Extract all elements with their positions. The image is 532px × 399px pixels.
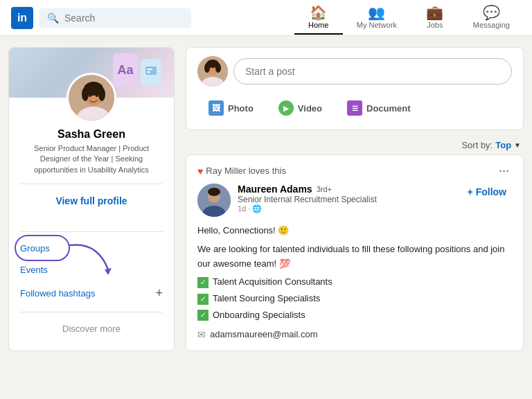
sidebar-item-groups[interactable]: Groups bbox=[20, 238, 163, 259]
post-greeting: Hello, Connections! 🙂 bbox=[197, 224, 512, 238]
svg-rect-2 bbox=[147, 71, 150, 73]
svg-point-10 bbox=[96, 94, 98, 97]
avatar-svg bbox=[69, 75, 114, 121]
profile-name: Sasha Green bbox=[20, 128, 163, 141]
sidebar-item-hashtags[interactable]: Followed hashtags + bbox=[20, 281, 163, 306]
envelope-icon: ✉ bbox=[197, 327, 206, 342]
author-badge: 3rd+ bbox=[317, 185, 332, 193]
svg-rect-1 bbox=[147, 69, 152, 70]
nav-label-messaging: Messaging bbox=[473, 21, 510, 29]
home-icon: 🏠 bbox=[310, 6, 327, 19]
sort-value[interactable]: Top bbox=[495, 140, 511, 150]
svg-point-7 bbox=[82, 87, 89, 101]
profile-card: Aa bbox=[8, 47, 175, 351]
author-avatar-svg bbox=[197, 184, 231, 217]
list-item-label-1: Talent Acquisition Consultants bbox=[213, 275, 332, 290]
nav-label-home: Home bbox=[308, 21, 328, 29]
post-box: 🖼 Photo ▶ Video ☰ Document bbox=[186, 47, 524, 130]
document-button[interactable]: ☰ Document bbox=[336, 95, 422, 121]
sort-chevron-icon[interactable]: ▼ bbox=[514, 141, 521, 149]
post-time: 1d · 🌐 bbox=[238, 204, 262, 213]
photo-button[interactable]: 🖼 Photo bbox=[197, 95, 265, 121]
arrow-annotation bbox=[63, 242, 118, 276]
video-button[interactable]: ▶ Video bbox=[267, 95, 333, 121]
discover-more-button[interactable]: Discover more bbox=[20, 318, 163, 339]
nav-item-network[interactable]: 👥 My Network bbox=[346, 1, 408, 35]
left-sidebar: Aa bbox=[8, 47, 175, 357]
search-icon: 🔍 bbox=[47, 12, 59, 24]
check-icon-2: ✓ bbox=[197, 294, 209, 305]
check-icon-1: ✓ bbox=[197, 277, 209, 288]
view-full-profile-button[interactable]: View full profile bbox=[20, 190, 163, 212]
network-icon: 👥 bbox=[368, 6, 385, 19]
svg-point-21 bbox=[208, 188, 220, 196]
sort-label: Sort by: bbox=[461, 140, 493, 150]
groups-label: Groups bbox=[20, 243, 50, 254]
love-text: Ray Miller loves this bbox=[206, 166, 493, 176]
author-name[interactable]: Maureen Adams bbox=[238, 184, 312, 195]
svg-marker-11 bbox=[105, 268, 112, 275]
messaging-icon: 💬 bbox=[483, 6, 500, 19]
email-address[interactable]: adamsmaureen@mail.com bbox=[210, 328, 318, 342]
document-icon: ☰ bbox=[347, 100, 362, 116]
nav-item-messaging[interactable]: 💬 Messaging bbox=[462, 1, 521, 35]
svg-point-16 bbox=[204, 63, 210, 73]
svg-point-9 bbox=[89, 94, 91, 97]
check-icon-3: ✓ bbox=[197, 310, 209, 321]
avatar-inner bbox=[69, 75, 114, 121]
bg-card-2 bbox=[141, 59, 161, 85]
hashtags-label: Followed hashtags bbox=[20, 288, 95, 299]
feed-card-header: ♥ Ray Miller loves this ··· bbox=[197, 163, 512, 178]
main-container: Aa bbox=[0, 47, 532, 357]
document-label: Document bbox=[366, 103, 411, 114]
author-subtitle: Senior Internal Recruitment Specialist bbox=[238, 195, 455, 204]
author-avatar[interactable] bbox=[197, 184, 231, 217]
nav-label-network: My Network bbox=[357, 21, 397, 29]
svg-point-17 bbox=[215, 63, 221, 73]
post-user-avatar bbox=[197, 56, 228, 87]
avatar[interactable] bbox=[66, 73, 116, 123]
post-avatar-svg bbox=[197, 56, 228, 87]
profile-info: Sasha Green Senior Product Manager | Pro… bbox=[9, 128, 174, 220]
linkedin-logo[interactable]: in bbox=[11, 7, 33, 29]
more-options-button[interactable]: ··· bbox=[496, 163, 512, 178]
photo-label: Photo bbox=[228, 103, 254, 114]
profile-bg-art: Aa bbox=[113, 53, 168, 95]
add-icon[interactable]: + bbox=[155, 286, 163, 301]
sort-bar: Sort by: Top ▼ bbox=[186, 136, 524, 154]
post-box-top bbox=[197, 56, 512, 87]
profile-title: Senior Product Manager | Product Designe… bbox=[20, 143, 163, 175]
video-icon: ▶ bbox=[278, 100, 294, 116]
feed-card: ♥ Ray Miller loves this ··· Maureen Ad bbox=[186, 154, 524, 351]
start-post-input[interactable] bbox=[233, 58, 512, 85]
post-actions: 🖼 Photo ▶ Video ☰ Document bbox=[197, 95, 512, 121]
navbar: in 🔍 🏠 Home 👥 My Network 💼 Jobs 💬 Messag… bbox=[0, 0, 532, 36]
feed-post-content: Hello, Connections! 🙂 We are looking for… bbox=[197, 224, 512, 342]
list-item-1: ✓ Talent Acquisition Consultants bbox=[197, 275, 512, 290]
feed-area: 🖼 Photo ▶ Video ☰ Document Sort by: Top … bbox=[186, 47, 524, 357]
events-label: Events bbox=[20, 265, 48, 275]
discover-divider bbox=[20, 312, 163, 312]
list-item-2: ✓ Talent Sourcing Specialists bbox=[197, 292, 512, 306]
nav-item-home[interactable]: 🏠 Home bbox=[294, 1, 343, 35]
profile-divider bbox=[20, 184, 163, 184]
search-input[interactable] bbox=[64, 12, 183, 24]
post-body: We are looking for talented individuals … bbox=[197, 242, 512, 272]
sidebar-links: Groups Events Followed hashtags + Discov… bbox=[9, 220, 174, 351]
search-bar: 🔍 bbox=[39, 8, 191, 28]
nav-label-jobs: Jobs bbox=[427, 21, 443, 29]
post-author-row: Maureen Adams 3rd+ Senior Internal Recru… bbox=[197, 184, 512, 217]
follow-button[interactable]: + Follow bbox=[462, 184, 512, 200]
jobs-icon: 💼 bbox=[426, 6, 443, 19]
list-item-3: ✓ Onboarding Specialists bbox=[197, 308, 512, 323]
nav-item-jobs[interactable]: 💼 Jobs bbox=[411, 1, 459, 35]
author-meta: 1d · 🌐 bbox=[238, 204, 455, 213]
list-item-label-2: Talent Sourcing Specialists bbox=[213, 292, 320, 306]
links-divider bbox=[20, 231, 163, 232]
svg-rect-0 bbox=[145, 66, 157, 75]
bg-card-aa: Aa bbox=[113, 53, 138, 87]
post-list: ✓ Talent Acquisition Consultants ✓ Talen… bbox=[197, 275, 512, 322]
video-label: Video bbox=[298, 103, 322, 114]
photo-icon: 🖼 bbox=[209, 100, 224, 116]
svg-point-8 bbox=[98, 87, 105, 101]
